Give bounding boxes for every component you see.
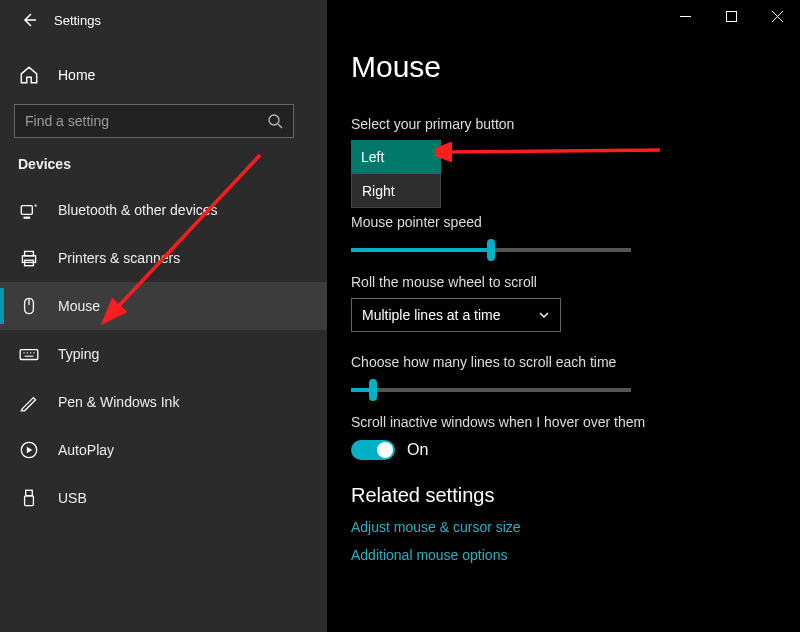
sidebar-item-label: Typing [58, 346, 99, 362]
minimize-button[interactable] [662, 0, 708, 32]
search-input[interactable] [25, 113, 267, 129]
svg-rect-2 [21, 206, 32, 215]
svg-rect-17 [26, 490, 33, 496]
svg-rect-6 [25, 251, 34, 255]
main-panel: Mouse Select your primary button Left Ri… [327, 0, 800, 632]
dropdown-value: Multiple lines at a time [362, 307, 501, 323]
pen-icon [18, 391, 40, 413]
sidebar-item-typing[interactable]: Typing [0, 330, 327, 378]
dropdown-option-left[interactable]: Left [351, 140, 441, 174]
pointer-speed-label: Mouse pointer speed [351, 214, 800, 230]
sidebar-item-mouse[interactable]: Mouse [0, 282, 327, 330]
svg-point-0 [269, 115, 279, 125]
mouse-icon [18, 295, 40, 317]
sidebar: Settings Home Devices Bluetooth & other … [0, 0, 327, 632]
sidebar-section-label: Devices [0, 156, 327, 186]
hover-scroll-label: Scroll inactive windows when I hover ove… [351, 414, 800, 430]
svg-rect-10 [20, 350, 38, 360]
maximize-button[interactable] [708, 0, 754, 32]
lines-scroll-slider[interactable] [351, 388, 631, 392]
slider-thumb[interactable] [369, 379, 377, 401]
sidebar-item-label: USB [58, 490, 87, 506]
slider-fill [351, 248, 491, 252]
sidebar-item-printers[interactable]: Printers & scanners [0, 234, 327, 282]
home-label: Home [58, 67, 95, 83]
back-arrow-icon [21, 12, 37, 28]
primary-button-label: Select your primary button [351, 116, 800, 132]
svg-rect-20 [726, 11, 736, 21]
chevron-down-icon [538, 309, 550, 321]
hover-toggle[interactable] [351, 440, 395, 460]
keyboard-icon [18, 343, 40, 365]
printer-icon [18, 247, 40, 269]
sidebar-item-label: Pen & Windows Ink [58, 394, 179, 410]
window-title: Settings [54, 13, 101, 28]
close-icon [772, 11, 783, 22]
search-box[interactable] [14, 104, 294, 138]
pointer-speed-slider[interactable] [351, 248, 631, 252]
link-adjust-cursor[interactable]: Adjust mouse & cursor size [351, 519, 800, 535]
slider-thumb[interactable] [487, 239, 495, 261]
related-settings-heading: Related settings [351, 484, 800, 507]
settings-window: Settings Home Devices Bluetooth & other … [0, 0, 800, 632]
svg-point-4 [35, 205, 37, 207]
sidebar-item-label: Mouse [58, 298, 100, 314]
search-icon [267, 113, 283, 129]
toggle-state-label: On [407, 441, 428, 459]
sidebar-item-pen[interactable]: Pen & Windows Ink [0, 378, 327, 426]
sidebar-home[interactable]: Home [0, 52, 327, 98]
hover-toggle-row: On [351, 440, 800, 460]
home-icon [18, 64, 40, 86]
minimize-icon [680, 11, 691, 22]
maximize-icon [726, 11, 737, 22]
bluetooth-icon [18, 199, 40, 221]
usb-icon [18, 487, 40, 509]
search-wrap [0, 98, 327, 156]
wheel-scroll-dropdown[interactable]: Multiple lines at a time [351, 298, 561, 332]
wheel-scroll-label: Roll the mouse wheel to scroll [351, 274, 800, 290]
sidebar-item-autoplay[interactable]: AutoPlay [0, 426, 327, 474]
sidebar-item-bluetooth[interactable]: Bluetooth & other devices [0, 186, 327, 234]
close-button[interactable] [754, 0, 800, 32]
svg-rect-3 [24, 217, 31, 219]
lines-scroll-label: Choose how many lines to scroll each tim… [351, 354, 800, 370]
autoplay-icon [18, 439, 40, 461]
titlebar: Settings [0, 0, 327, 40]
sidebar-item-label: AutoPlay [58, 442, 114, 458]
sidebar-item-label: Printers & scanners [58, 250, 180, 266]
window-controls [662, 0, 800, 32]
sidebar-item-label: Bluetooth & other devices [58, 202, 218, 218]
svg-rect-18 [25, 496, 34, 506]
sidebar-item-usb[interactable]: USB [0, 474, 327, 522]
back-button[interactable] [18, 9, 40, 31]
svg-line-1 [278, 124, 282, 128]
toggle-knob [377, 442, 393, 458]
primary-button-dropdown[interactable]: Left Right [351, 140, 441, 208]
dropdown-option-right[interactable]: Right [351, 174, 441, 208]
link-additional-mouse[interactable]: Additional mouse options [351, 547, 800, 563]
